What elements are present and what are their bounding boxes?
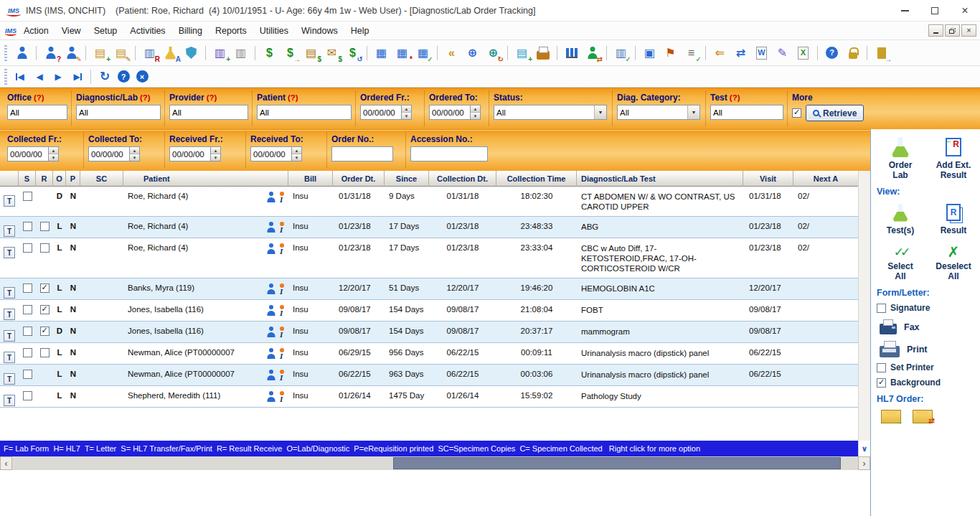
- diagnostic-lab-input[interactable]: [76, 105, 161, 120]
- result-received-checkbox[interactable]: [40, 243, 50, 253]
- import-arrow-icon[interactable]: ⇐: [710, 43, 730, 62]
- column-header-o[interactable]: O: [53, 171, 66, 187]
- spin-down-icon[interactable]: ▼: [211, 154, 220, 161]
- table-row[interactable]: T D N Jones, Isabella (116): [0, 322, 858, 343]
- menu-item[interactable]: Help: [344, 23, 376, 39]
- mdi-close-button[interactable]: ×: [961, 24, 976, 37]
- letter-flag-button[interactable]: T: [4, 225, 15, 237]
- maximize-button[interactable]: [920, 0, 950, 21]
- spin-up-icon[interactable]: ▲: [402, 105, 411, 112]
- menu-item[interactable]: Setup: [88, 23, 124, 39]
- prescription-icon[interactable]: ▥ +: [210, 43, 230, 62]
- column-header-order-dt[interactable]: Order Dt.: [333, 171, 385, 187]
- hl7-transfer-checkbox[interactable]: [23, 222, 32, 231]
- monitor-search-icon[interactable]: ▣: [640, 43, 659, 62]
- collected-from-date[interactable]: 00/00/00 ▲▼: [7, 146, 79, 161]
- refund-icon[interactable]: $ ↺: [343, 43, 362, 62]
- scroll-down-icon[interactable]: ∨: [858, 441, 870, 456]
- accession-no-input[interactable]: [410, 146, 488, 161]
- table-row[interactable]: T L N Shepherd, Meredith (111): [0, 386, 858, 408]
- deselect-all-button[interactable]: Deselect All: [928, 243, 979, 281]
- previous-record-button[interactable]: ◀: [31, 69, 48, 85]
- patient-transfer-icon[interactable]: ⇄: [583, 43, 602, 62]
- order-no-input[interactable]: [331, 146, 393, 161]
- scrollbar-thumb[interactable]: [393, 457, 842, 469]
- received-from-date[interactable]: 00/00/00 ▲▼: [169, 146, 241, 161]
- menu-item[interactable]: Reports: [209, 23, 253, 39]
- web-globe-icon[interactable]: ⊕: [463, 43, 482, 62]
- status-dropdown[interactable]: All ▼: [494, 105, 607, 120]
- ordered-to-date[interactable]: 00/00/00 ▲▼: [429, 105, 484, 120]
- letter-flag-button[interactable]: T: [4, 395, 15, 406]
- view-result-button[interactable]: Result: [928, 200, 979, 235]
- menu-item[interactable]: Activities: [123, 23, 171, 39]
- table-row[interactable]: T L N Newman, Alice (PT00000007: [0, 365, 858, 386]
- column-header-s[interactable]: S: [19, 171, 36, 187]
- scroll-right-icon[interactable]: ›: [858, 456, 870, 470]
- diagnostic-lab-help[interactable]: (?): [140, 93, 151, 102]
- patient-details-icon[interactable]: [266, 370, 275, 380]
- diag-category-dropdown[interactable]: All ▼: [617, 105, 700, 120]
- signature-checkbox[interactable]: [877, 304, 886, 313]
- resource-schedule-icon[interactable]: ▦ *: [392, 43, 412, 62]
- next-record-button[interactable]: ▶: [50, 69, 67, 85]
- more-checkbox[interactable]: [792, 108, 801, 118]
- spin-down-icon[interactable]: ▼: [402, 112, 411, 119]
- column-header-patient[interactable]: Patient: [123, 171, 288, 187]
- background-checkbox[interactable]: [877, 378, 886, 388]
- logout-icon[interactable]: →: [872, 43, 891, 62]
- print-button[interactable]: Print: [880, 341, 979, 357]
- schedule-icon[interactable]: ▦: [372, 43, 391, 62]
- hl7-send-envelope-icon[interactable]: →: [881, 410, 901, 423]
- select-all-button[interactable]: Select All: [875, 243, 925, 281]
- fax-machine-icon[interactable]: [533, 43, 552, 62]
- office-help[interactable]: (?): [34, 93, 44, 102]
- letter-flag-button[interactable]: T: [4, 330, 15, 342]
- test-help[interactable]: (?): [730, 93, 740, 102]
- insurance-info-icon[interactable]: [278, 327, 286, 337]
- ordered-from-date[interactable]: 00/00/00 ▲▼: [360, 105, 420, 120]
- column-header-bill[interactable]: Bill: [288, 171, 333, 187]
- column-header-collection-dt[interactable]: Collection Dt.: [429, 171, 496, 187]
- lock-icon[interactable]: [843, 43, 862, 62]
- spin-down-icon[interactable]: ▼: [49, 154, 58, 161]
- scrollbar-track[interactable]: [12, 456, 858, 470]
- patient-details-icon[interactable]: [266, 327, 275, 337]
- spin-up-icon[interactable]: ▲: [130, 147, 139, 154]
- toolbar-grip[interactable]: [4, 45, 7, 61]
- appointment-confirm-icon[interactable]: ▦ ✓: [413, 43, 433, 62]
- toolbar-grip[interactable]: [4, 69, 7, 85]
- column-header[interactable]: [0, 171, 19, 187]
- statement-icon[interactable]: ✉ $: [322, 43, 341, 62]
- provider-input[interactable]: [169, 105, 248, 120]
- shield-icon[interactable]: ?: [182, 43, 201, 62]
- patient-details-icon[interactable]: [266, 391, 275, 402]
- scroll-left-icon[interactable]: ‹: [0, 456, 12, 470]
- web-sync-icon[interactable]: ⊕ ↻: [484, 43, 503, 62]
- column-header-next-appt[interactable]: Next A: [793, 171, 858, 187]
- claims-check-icon[interactable]: ▥ ✓: [611, 43, 631, 62]
- set-printer-checkbox[interactable]: [877, 363, 886, 372]
- insurance-info-icon[interactable]: [278, 192, 286, 202]
- mdi-restore-button[interactable]: [945, 24, 960, 37]
- fax-button[interactable]: Fax: [880, 319, 979, 334]
- hl7-transfer-checkbox[interactable]: [23, 283, 32, 293]
- column-header-test[interactable]: Diagnostic/Lab Test: [577, 171, 743, 187]
- collected-to-date[interactable]: 00/00/00 ▲▼: [88, 146, 160, 161]
- hl7-transfer-checkbox[interactable]: [23, 327, 32, 336]
- table-row[interactable]: T L N Jones, Isabella (116): [0, 300, 858, 322]
- menu-item[interactable]: Utilities: [253, 23, 295, 39]
- column-header-r[interactable]: R: [36, 171, 53, 187]
- letter-flag-button[interactable]: T: [4, 247, 15, 258]
- report-chart-icon[interactable]: [562, 43, 581, 62]
- add-ext-result-button[interactable]: ←R Add Ext. Result: [928, 134, 979, 180]
- hl7-transfer-checkbox[interactable]: [23, 391, 32, 400]
- excel-doc-icon[interactable]: X: [793, 43, 813, 62]
- table-row[interactable]: T L N Roe, Richard (4): [0, 238, 858, 278]
- help-icon[interactable]: ?: [115, 69, 132, 85]
- spin-up-icon[interactable]: ▲: [471, 105, 480, 112]
- chart-card-icon[interactable]: ▤ +: [512, 43, 532, 62]
- result-received-checkbox[interactable]: [40, 283, 50, 293]
- patient-details-icon[interactable]: [266, 283, 275, 294]
- hl7-transfer-checkbox[interactable]: [23, 243, 32, 253]
